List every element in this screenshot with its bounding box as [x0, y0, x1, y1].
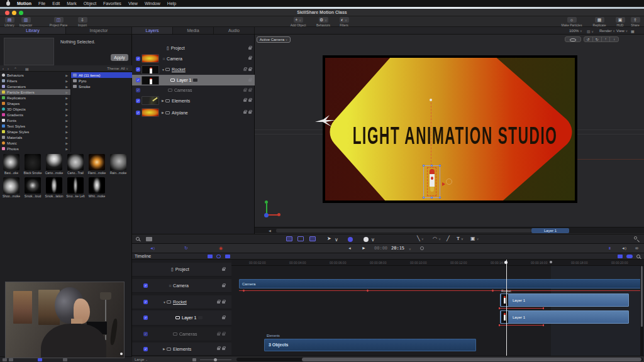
track-row-cameras[interactable]: ✓ Cameras [132, 327, 231, 341]
menu-app-name[interactable]: Motion [17, 1, 31, 6]
lock-icon[interactable] [248, 89, 252, 92]
nav-list-icon[interactable]: ▤ [25, 67, 29, 71]
footer-icon[interactable] [9, 358, 13, 361]
preset-thumbnail[interactable]: Carto...moke [44, 154, 64, 175]
lock-icon[interactable] [222, 333, 225, 336]
playhead-marker[interactable] [504, 261, 508, 264]
clock-icon[interactable] [420, 246, 424, 250]
layout-left-icon[interactable] [286, 236, 292, 241]
pause-range-icon[interactable]: ‖ [609, 246, 611, 250]
lock-icon[interactable] [222, 317, 225, 319]
channels-menu-icon[interactable]: ▧ ∨ [587, 29, 594, 33]
activation-checkbox[interactable]: ✓ [136, 78, 140, 82]
layer-row-project[interactable]: ▯ Project [132, 44, 255, 52]
sphere-tool-dropdown[interactable]: ∨ [371, 237, 375, 243]
tab-library[interactable]: Library [0, 27, 66, 34]
filters-button[interactable]: ◐ ∨ Filters [335, 17, 353, 27]
view-menu[interactable]: View ∨ [616, 29, 628, 33]
replicate-button[interactable]: ▦ Replicate [589, 17, 610, 27]
tab-inspector[interactable]: Inspector [66, 27, 132, 34]
select-tool[interactable]: ➤ [327, 236, 331, 241]
x-axis-handle[interactable] [442, 182, 445, 186]
share-button[interactable]: ⇧ Share [629, 17, 641, 27]
category-replicators[interactable]: Replicators▶ [0, 95, 70, 101]
track-row-camera[interactable]: ✓ ⌑ Camera [132, 279, 231, 293]
text-tool[interactable]: T ∨ [457, 236, 464, 241]
layout-right-icon[interactable] [309, 236, 316, 241]
folder-smoke[interactable]: Smoke [71, 84, 132, 89]
show-keyframes-icon[interactable] [216, 255, 221, 258]
menu-help[interactable]: Help [167, 1, 176, 6]
timeline-hscroll-track[interactable] [236, 358, 643, 361]
footer-icon[interactable] [3, 358, 7, 361]
selection-handle[interactable] [423, 197, 425, 199]
layout-center-icon[interactable] [297, 236, 304, 241]
folder-all[interactable]: All (11 items) [71, 72, 132, 78]
category-3d-objects[interactable]: 3D Objects▶ [0, 106, 70, 112]
stabilize-view-pill[interactable] [565, 36, 581, 42]
selection-handle[interactable] [423, 165, 425, 167]
selection-handle[interactable] [431, 165, 433, 167]
step-back-button[interactable]: ◄ [348, 246, 352, 250]
preset-thumbnail[interactable]: Flami...moke [87, 154, 107, 175]
canvas-viewport[interactable]: Active Camera ∨ ↺ ↻ ↑ ↓ [255, 35, 644, 234]
lock-icon[interactable] [222, 268, 225, 271]
orbit-view-button[interactable]: ↻ [593, 37, 602, 41]
theme-filter-dropdown[interactable]: Theme: All ∨ [107, 67, 128, 70]
timeline-vscroll-thumb[interactable] [641, 266, 643, 327]
timeline-vscroll-track[interactable] [640, 266, 643, 356]
menu-window[interactable]: Window [145, 1, 160, 6]
stroke-tool[interactable]: ╱ [447, 236, 450, 241]
filmstrip-icon[interactable] [146, 237, 152, 241]
elements-track-bar[interactable]: 3 Objects [264, 339, 476, 351]
activation-checkbox[interactable]: ✓ [136, 111, 140, 115]
track-size-dropdown[interactable]: Large ⌄ [135, 358, 148, 361]
shape-tool[interactable]: ▣ ∨ [470, 236, 479, 241]
category-text-styles[interactable]: Text Styles▶ [0, 123, 70, 129]
sphere-tool[interactable] [364, 237, 369, 242]
timeline-option-icon[interactable] [618, 255, 623, 258]
category-particle-emitters[interactable]: Particle Emitters▶ [0, 89, 70, 95]
layer-row-rocket[interactable]: ✓ ▼ Rocket [132, 65, 255, 74]
lock-icon[interactable] [248, 79, 252, 82]
preset-thumbnail[interactable]: Shoo...moke [1, 177, 21, 198]
keyframe-marker[interactable] [491, 289, 494, 292]
inspector-toggle-button[interactable]: ▥ Inspector [18, 17, 34, 27]
range-end-marker[interactable] [550, 261, 552, 263]
activation-checkbox[interactable]: ✓ [143, 332, 148, 336]
preset-thumbnail[interactable]: Smok...loud [23, 177, 43, 198]
apple-menu-icon[interactable] [6, 1, 10, 6]
show-timeline-icon[interactable] [208, 255, 213, 258]
selection-handle[interactable] [439, 197, 441, 199]
footer-icon[interactable] [63, 358, 67, 361]
menu-file[interactable]: File [38, 1, 45, 6]
category-fonts[interactable]: Fonts▶ [0, 118, 70, 123]
grid-icon[interactable]: ▦ [631, 29, 635, 33]
rotation-handle[interactable] [446, 178, 452, 185]
selection-handle[interactable] [431, 197, 433, 199]
preset-thumbnail[interactable]: Smo...ke Left [65, 177, 86, 198]
dolly-view-button[interactable]: ↑ [602, 37, 611, 41]
track-row-elements[interactable]: ✓ ▶ Elements [132, 343, 231, 356]
timecode-dropdown[interactable]: ∨ [409, 247, 411, 251]
activation-checkbox[interactable]: ✓ [143, 300, 148, 304]
bezier-tool[interactable]: ◠ ∨ [433, 236, 441, 241]
tab-audio[interactable]: Audio [214, 27, 255, 34]
category-photos[interactable]: Photos▶ [0, 146, 70, 151]
activation-checkbox[interactable]: ✓ [143, 283, 148, 288]
search-icon[interactable] [136, 237, 140, 241]
select-tool-dropdown[interactable]: ∨ [335, 237, 338, 243]
timeline-zoom-icon[interactable] [636, 255, 640, 258]
folder-pyro[interactable]: Pyro [71, 78, 132, 84]
playhead[interactable] [506, 260, 507, 356]
category-music[interactable]: Music▶ [0, 140, 70, 146]
zoom-fit-icon[interactable] [192, 358, 196, 361]
hud-button[interactable]: ▣ HUD [614, 17, 626, 27]
airplane-object[interactable] [314, 114, 336, 129]
canvas-scrollbar[interactable]: ◀ Layer 1 [255, 227, 644, 233]
track-row-layer1-selected[interactable]: ✓ Layer 1 [132, 310, 231, 326]
preset-thumbnail[interactable]: Black Smoke [23, 154, 43, 175]
library-toggle-button[interactable]: ▤ Library [3, 17, 16, 27]
timeline-hscroll-thumb[interactable] [302, 358, 641, 361]
activation-checkbox[interactable]: ✓ [136, 57, 140, 61]
